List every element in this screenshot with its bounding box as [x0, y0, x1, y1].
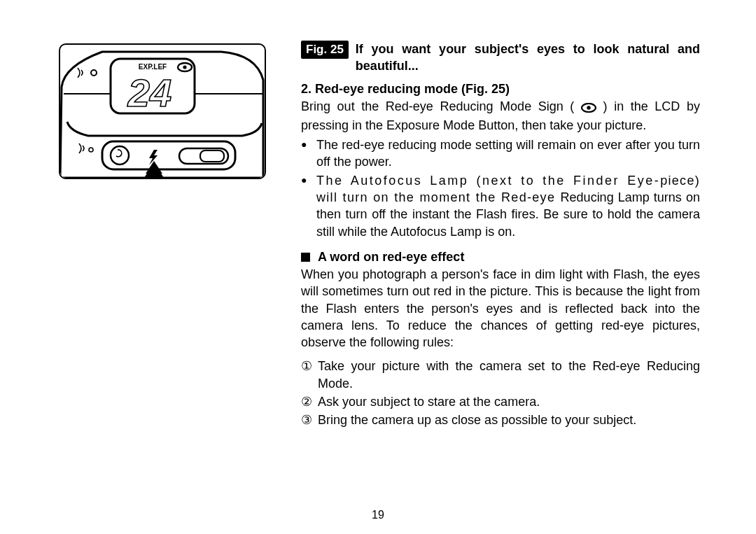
bullet-list: The red-eye reducing mode setting will r… — [301, 136, 700, 240]
step-1-text: Take your picture with the camera set to… — [318, 359, 700, 390]
lead-sentence: If you want your subject's eyes to look … — [356, 41, 700, 75]
intro-paragraph: Bring out the Red-eye Reducing Mode Sign… — [301, 98, 700, 134]
step-glyph-2: ② — [301, 393, 312, 410]
list-item: ①Take your picture with the camera set t… — [301, 358, 700, 392]
step-3-text: Bring the camera up as close as possible… — [318, 413, 636, 427]
camera-top-drawing: EXP.LEF 24 — [60, 45, 265, 178]
step-glyph-1: ① — [301, 358, 312, 374]
lcd-label-text: EXP.LEF — [139, 63, 167, 71]
intro-part-a: Bring out the Red-eye Reducing Mode Sign… — [301, 99, 574, 113]
list-item: ③Bring the camera up as close as possibl… — [301, 412, 700, 428]
list-item: ②Ask your subject to stare at the camera… — [301, 393, 700, 410]
numbered-steps: ①Take your picture with the camera set t… — [301, 358, 700, 428]
red-eye-icon — [581, 100, 596, 117]
lcd-counter: 24 — [127, 71, 172, 115]
list-item: The red-eye reducing mode setting will r… — [301, 136, 700, 171]
bullet-2-line1: The Autofocus Lamp (next to the Finder E… — [316, 174, 660, 188]
list-item: The Autofocus Lamp (next to the Finder E… — [301, 172, 700, 240]
step-glyph-3: ③ — [301, 412, 312, 428]
text-column: Fig. 25 If you want your subject's eyes … — [301, 41, 700, 430]
svg-rect-7 — [200, 150, 224, 162]
subheading: A word on red-eye effect — [301, 250, 700, 265]
manual-page: EXP.LEF 24 Fig. 25 If — [0, 0, 756, 534]
section-title: 2. Red-eye reducing mode (Fig. 25) — [301, 82, 700, 97]
figure-25-illustration: EXP.LEF 24 — [59, 43, 266, 179]
step-2-text: Ask your subject to stare at the camera. — [318, 395, 540, 409]
svg-point-5 — [111, 146, 129, 164]
figure-label: Fig. 25 — [301, 41, 349, 59]
redeye-paragraph: When you photograph a person's face in d… — [301, 266, 700, 351]
svg-point-3 — [183, 65, 186, 69]
svg-point-10 — [587, 106, 590, 109]
page-number: 19 — [0, 509, 756, 521]
